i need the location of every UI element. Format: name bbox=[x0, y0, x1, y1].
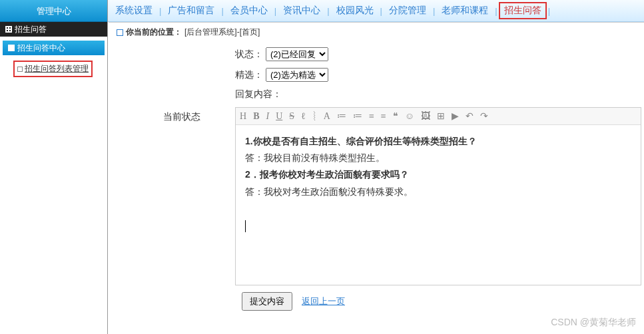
q2: 2．报考你校对考生政治面貌有要求吗？ bbox=[245, 169, 409, 180]
nav-separator: | bbox=[273, 6, 278, 16]
nav-分院管理[interactable]: 分院管理 bbox=[384, 2, 432, 19]
nav-separator: | bbox=[326, 6, 330, 16]
sidebar-title: 管理中心 bbox=[0, 0, 107, 22]
featured-select[interactable]: (2)选为精选 bbox=[266, 68, 328, 82]
breadcrumb-path: [后台管理系统]-[首页] bbox=[184, 27, 260, 38]
empty-label bbox=[129, 47, 235, 51]
sidebar-section[interactable]: 招生问答 bbox=[0, 22, 107, 37]
form: 状态： (2)已经回复 精选： (2)选为精选 回复内容： 当前状态 HBIUS… bbox=[129, 47, 644, 311]
sidebar-center-label: 招生问答中心 bbox=[17, 41, 65, 55]
nav-separator: | bbox=[158, 6, 162, 16]
doc-icon bbox=[17, 67, 23, 72]
underline-icon[interactable]: U bbox=[276, 111, 282, 122]
nav-校园风光[interactable]: 校园风光 bbox=[331, 2, 379, 19]
breadcrumb-prefix: 你当前的位置： bbox=[126, 27, 182, 38]
italic-icon[interactable]: I bbox=[266, 111, 269, 122]
breadcrumb: 你当前的位置： [后台管理系统]-[首页] bbox=[109, 23, 644, 42]
a1: 答：我校目前没有特殊类型招生。 bbox=[245, 150, 631, 166]
sidebar: 管理中心 招生问答 招生问答中心 招生问答列表管理 bbox=[0, 0, 108, 334]
a2: 答：我校对考生政治面貌没有特殊要求。 bbox=[245, 184, 631, 200]
sidebar-center[interactable]: 招生问答中心 bbox=[3, 41, 105, 55]
align-center-icon[interactable]: ≡ bbox=[381, 111, 386, 122]
nav-separator: | bbox=[220, 6, 224, 16]
align-left-icon[interactable]: ≡ bbox=[369, 111, 374, 122]
strike-icon[interactable]: S bbox=[289, 111, 294, 122]
q1: 1.你校是否有自主招生、综合评价招生等特殊类型招生？ bbox=[245, 136, 477, 146]
sidebar-item-link[interactable]: 招生问答列表管理 bbox=[25, 63, 89, 75]
nav-separator: | bbox=[547, 6, 551, 16]
table-icon[interactable]: ⊞ bbox=[437, 110, 445, 122]
link-icon[interactable]: ℓ bbox=[301, 111, 306, 122]
submit-button[interactable]: 提交内容 bbox=[242, 292, 292, 311]
editor-toolbar: HBIUSℓ⦚A≔≔≡≡❝☺🖼⊞▶↶↷ bbox=[236, 108, 641, 125]
rich-editor: HBIUSℓ⦚A≔≔≡≡❝☺🖼⊞▶↶↷ 1.你校是否有自主招生、综合评价招生等特… bbox=[235, 107, 641, 285]
current-status-label: 当前状态 bbox=[129, 107, 235, 123]
main-area: 你当前的位置： [后台管理系统]-[首页] 状态： (2)已经回复 精选： (2… bbox=[109, 22, 644, 334]
nav-separator: | bbox=[493, 6, 498, 16]
nav-会员中心[interactable]: 会员中心 bbox=[225, 2, 273, 19]
status-select[interactable]: (2)已经回复 bbox=[266, 47, 328, 61]
text-cursor bbox=[245, 220, 246, 232]
image-icon[interactable]: 🖼 bbox=[421, 111, 430, 122]
sidebar-section-label: 招生问答 bbox=[15, 22, 47, 37]
bold-icon[interactable]: B bbox=[253, 111, 259, 122]
list-ol-icon[interactable]: ≔ bbox=[353, 110, 362, 122]
video-icon[interactable]: ▶ bbox=[452, 110, 459, 122]
nav-资讯中心[interactable]: 资讯中心 bbox=[278, 2, 326, 19]
editor-content[interactable]: 1.你校是否有自主招生、综合评价招生等特殊类型招生？ 答：我校目前没有特殊类型招… bbox=[236, 125, 641, 285]
quote-icon[interactable]: ❝ bbox=[393, 110, 398, 122]
doc-icon bbox=[8, 45, 15, 51]
emoji-icon[interactable]: ☺ bbox=[405, 111, 414, 122]
nav-系统设置[interactable]: 系统设置 bbox=[110, 2, 158, 19]
form-actions: 提交内容 返回上一页 bbox=[129, 292, 644, 311]
color-icon[interactable]: A bbox=[324, 111, 330, 122]
empty-label bbox=[129, 88, 235, 92]
nav-separator: | bbox=[432, 6, 436, 16]
nav-广告和留言[interactable]: 广告和留言 bbox=[162, 2, 220, 19]
heading-icon[interactable]: H bbox=[240, 111, 246, 122]
list-ul-icon[interactable]: ≔ bbox=[337, 110, 346, 122]
watermark: CSDN @黄菊华老师 bbox=[551, 317, 636, 329]
reply-label: 回复内容： bbox=[235, 88, 644, 100]
status-label: 状态： bbox=[235, 49, 263, 59]
sidebar-item-qa-list[interactable]: 招生问答列表管理 bbox=[13, 61, 93, 77]
featured-label: 精选： bbox=[235, 69, 263, 80]
empty-label bbox=[129, 68, 235, 72]
nav-招生问答[interactable]: 招生问答 bbox=[499, 2, 547, 19]
redo-icon[interactable]: ↷ bbox=[480, 110, 488, 122]
nav-老师和课程[interactable]: 老师和课程 bbox=[436, 2, 493, 19]
back-link[interactable]: 返回上一页 bbox=[302, 295, 345, 307]
undo-icon[interactable]: ↶ bbox=[466, 110, 474, 122]
unlink-icon[interactable]: ⦚ bbox=[312, 111, 317, 122]
nav-separator: | bbox=[379, 6, 384, 16]
breadcrumb-icon bbox=[117, 29, 123, 36]
grid-icon bbox=[5, 26, 12, 33]
